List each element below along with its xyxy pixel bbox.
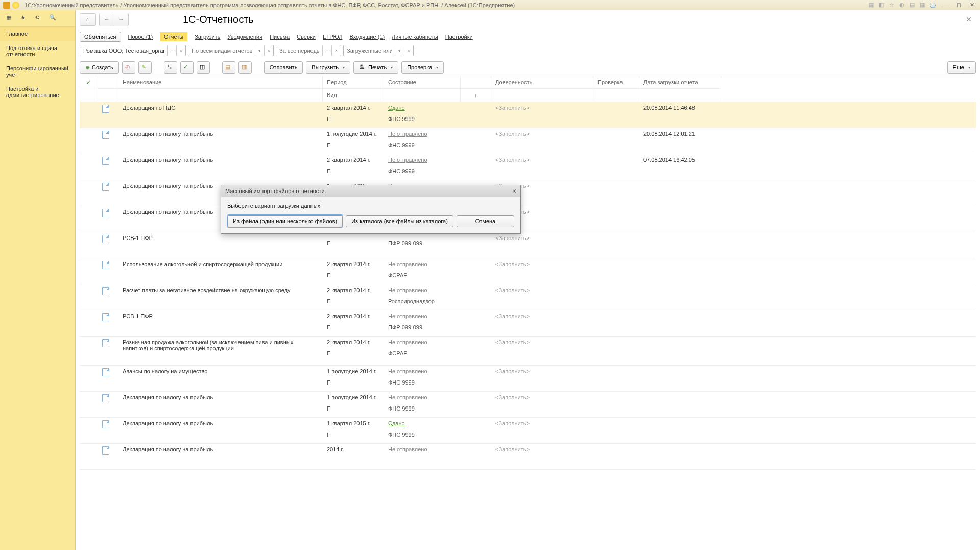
tab-link[interactable]: Входящие (1) [349, 34, 385, 40]
tab-link[interactable]: Загрузить [195, 34, 220, 40]
col-name[interactable]: Наименование [118, 76, 322, 88]
filter-loaded-dd[interactable]: ▾ [395, 45, 404, 56]
close-window-button[interactable]: ✕ [967, 2, 977, 9]
row-state[interactable]: Не отправлено [388, 446, 427, 452]
table-row[interactable]: Декларация по налогу на прибыль 1 кварта… [80, 418, 976, 444]
table-row[interactable]: Декларация по налогу на прибыль 1 кварта… [80, 180, 976, 206]
create-button[interactable]: ⊕Создать [80, 61, 119, 74]
tab-link[interactable]: Письма [270, 34, 290, 40]
table-row[interactable]: Декларация по налогу на прибыль 1 полуго… [80, 392, 976, 418]
forward-button[interactable]: → [114, 13, 128, 26]
row-state[interactable]: Сдано [388, 105, 405, 111]
sidebar-item[interactable]: Персонифицированный учет [0, 61, 75, 82]
row-state[interactable]: Не отправлено [388, 131, 427, 137]
tab-link[interactable]: Новое (1) [128, 34, 153, 40]
filter-loaded-clear[interactable]: × [404, 45, 413, 56]
table-row[interactable]: Розничная продажа алкогольной (за исключ… [80, 337, 976, 366]
print-button[interactable]: 🖶Печать▾ [353, 61, 398, 74]
filter-type-input[interactable] [188, 45, 255, 56]
filter-period[interactable]: ... × [276, 45, 341, 56]
export-button[interactable]: Выгрузить▾ [306, 61, 350, 74]
dialog-from-catalog-button[interactable]: Из каталога (все файлы из каталога) [346, 215, 453, 227]
table-row[interactable]: Авансы по налогу на имущество 1 полугоди… [80, 366, 976, 392]
table-row[interactable]: Декларация по налогу на прибыль 2014 г.Н… [80, 444, 976, 470]
tab-link[interactable]: Личные кабинеты [392, 34, 438, 40]
maximize-button[interactable]: ◻ [953, 2, 964, 9]
row-state[interactable]: Не отправлено [388, 394, 427, 400]
back-button[interactable]: ← [100, 13, 114, 26]
row-dov-fill[interactable]: <Заполнить> [491, 154, 593, 165]
filter-loaded-input[interactable] [344, 45, 395, 56]
filter-type-dd[interactable]: ▾ [255, 45, 264, 56]
apps-icon[interactable]: ▦ [6, 14, 14, 22]
tb-icon-5[interactable]: ▤ [910, 2, 917, 9]
filter-org-clear[interactable]: × [176, 45, 185, 56]
tb-icon-2[interactable]: ◧ [879, 2, 886, 9]
tb-icon-3[interactable]: ☆ [889, 2, 896, 9]
filter-org[interactable]: ... × [80, 45, 186, 56]
history-icon[interactable]: ⟲ [35, 14, 43, 22]
row-state[interactable]: Сдано [388, 420, 405, 426]
tool-refresh[interactable]: ◴ [122, 61, 135, 74]
more-button[interactable]: Еще▾ [947, 61, 976, 74]
col-dov[interactable]: Доверенность [491, 76, 593, 88]
sidebar-item[interactable]: Настройка и администрирование [0, 82, 75, 102]
filter-loaded[interactable]: ▾ × [343, 45, 414, 56]
col-period[interactable]: Период [323, 76, 384, 88]
tab-link[interactable]: ЕГРЮЛ [323, 34, 342, 40]
table-row[interactable]: Декларация по налогу на прибыль 2 кварта… [80, 154, 976, 180]
row-state[interactable]: Не отправлено [388, 261, 427, 267]
row-state[interactable]: Не отправлено [388, 313, 427, 319]
exchange-button[interactable]: Обменяться [80, 32, 121, 42]
tab-link[interactable]: Сверки [297, 34, 316, 40]
filter-org-input[interactable] [80, 45, 167, 56]
col-state[interactable]: Состояние [384, 76, 460, 88]
tool-btn-5[interactable]: ▥ [238, 61, 252, 74]
tb-icon-4[interactable]: ◐ [899, 2, 906, 9]
dialog-title-bar[interactable]: Массовый импорт файлов отчетности. × [221, 185, 520, 197]
tool-btn-1[interactable]: ⇆ [164, 61, 177, 74]
filter-period-input[interactable] [276, 45, 322, 56]
row-dov-fill[interactable]: <Заполнить> [491, 284, 593, 296]
row-dov-fill[interactable]: <Заполнить> [491, 310, 593, 322]
dropdown-icon[interactable] [12, 2, 19, 9]
table-row[interactable]: Расчет платы за негативное воздействие н… [80, 284, 976, 310]
row-dov-fill[interactable]: <Заполнить> [491, 232, 593, 244]
dialog-from-file-button[interactable]: Из файла (один или несколько файлов) [227, 215, 343, 227]
tab-link[interactable]: Настройки [445, 34, 473, 40]
row-state[interactable]: Не отправлено [388, 157, 427, 163]
check-button[interactable]: Проверка▾ [401, 61, 444, 74]
dialog-cancel-button[interactable]: Отмена [457, 215, 514, 227]
filter-period-more[interactable]: ... [322, 45, 331, 56]
tab-link[interactable]: Уведомления [227, 34, 262, 40]
table-row[interactable]: Декларация по НДС 2 квартал 2014 г.ПСдан… [80, 102, 976, 128]
row-state[interactable]: Не отправлено [388, 287, 427, 293]
filter-period-clear[interactable]: × [331, 45, 341, 56]
col-check-mark[interactable]: ✓ [80, 76, 98, 89]
row-state[interactable]: Не отправлено [388, 368, 427, 374]
close-page-button[interactable]: ✕ [962, 15, 976, 23]
star-icon[interactable]: ★ [20, 14, 29, 22]
table-row[interactable]: Декларация по налогу на прибыль 1 полуго… [80, 128, 976, 154]
col-vid[interactable]: Вид [323, 88, 384, 101]
table-row[interactable]: Декларация по налогу на прибыль <Заполни… [80, 206, 976, 232]
row-dov-fill[interactable]: <Заполнить> [491, 102, 593, 113]
col-sort[interactable]: ↓ [461, 88, 491, 101]
filter-type-clear[interactable]: × [264, 45, 273, 56]
sidebar-item[interactable]: Главное [0, 27, 75, 41]
tool-btn-4[interactable]: ▤ [222, 61, 235, 74]
col-check[interactable]: Проверка [593, 76, 639, 88]
filter-type[interactable]: ▾ × [188, 45, 274, 56]
table-row[interactable]: Использование алкогольной и спиртосодерж… [80, 258, 976, 284]
row-dov-fill[interactable]: <Заполнить> [491, 444, 593, 455]
sidebar-item[interactable]: Подготовка и сдача отчетности [0, 41, 75, 61]
row-dov-fill[interactable]: <Заполнить> [491, 392, 593, 403]
info-icon[interactable]: ⓘ [930, 2, 937, 9]
tool-btn-3[interactable]: ◫ [197, 61, 210, 74]
tool-edit[interactable]: ✎ [138, 61, 152, 74]
tool-btn-2[interactable]: ✓ [180, 61, 194, 74]
tab-link[interactable]: Отчеты [160, 32, 187, 41]
row-dov-fill[interactable]: <Заполнить> [491, 258, 593, 270]
search-icon[interactable]: 🔍 [49, 14, 57, 22]
row-dov-fill[interactable]: <Заполнить> [491, 128, 593, 139]
